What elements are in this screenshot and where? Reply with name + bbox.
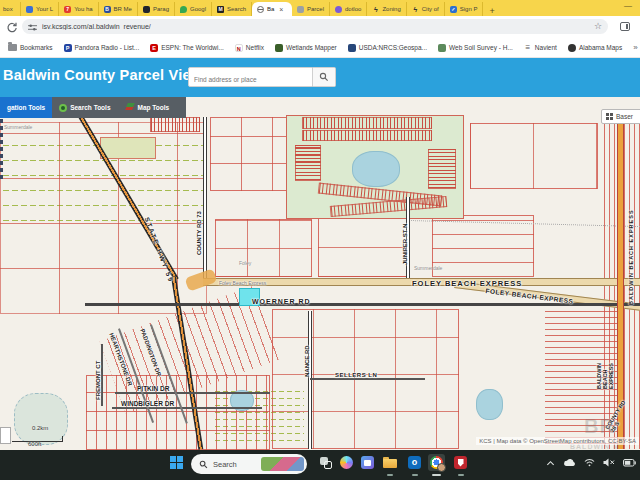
onedrive-cloud-icon[interactable] [563, 458, 576, 467]
tab[interactable]: MSearch [212, 2, 252, 16]
copilot-icon [340, 456, 353, 469]
tab[interactable]: ϟZoning [367, 2, 406, 16]
road-label: Foley Beach Express [219, 280, 266, 286]
bookmark-star-icon[interactable]: ☆ [594, 22, 602, 31]
task-view-button[interactable] [317, 454, 334, 471]
tab-label: Parcel [307, 6, 324, 12]
road-label: PITKIN DR [137, 385, 170, 392]
refresh-icon[interactable] [6, 20, 18, 38]
basemap-label: Baser [616, 113, 633, 120]
new-tab-button[interactable]: + [483, 6, 500, 16]
chrome-button[interactable] [428, 454, 445, 471]
navigation-tools-button[interactable]: gation Tools [0, 97, 52, 118]
place-label-summerdale: Summerdale [414, 265, 442, 271]
bookmark-espn[interactable]: EESPN: The Worldwi... [150, 44, 224, 52]
wifi-icon[interactable] [584, 458, 595, 467]
road-label: BALDWIN BEACH EXPRESS [628, 209, 634, 305]
tab[interactable]: ✓Sign P [445, 2, 484, 16]
page-title: Baldwin County Parcel Viewer [3, 67, 216, 83]
store-button[interactable] [359, 454, 376, 471]
place-label-summerdale: Summerdale [4, 124, 32, 130]
road-fremont-ct [101, 344, 103, 406]
tab[interactable]: ϟCity of [407, 2, 445, 16]
antivirus-button[interactable] [452, 454, 469, 471]
side-panel-icon[interactable] [620, 22, 630, 31]
scale-km: 0.2km [32, 425, 48, 431]
cutoff-map-control[interactable] [0, 427, 11, 444]
parcel-grid [215, 219, 312, 277]
tab[interactable]: Parcel [292, 2, 330, 16]
window-minimize-button[interactable]: — [624, 1, 632, 10]
building-rows [428, 149, 456, 189]
taskbar-search[interactable]: Search [191, 454, 307, 474]
map-canvas[interactable]: STATE HWY 59 COUNTY RD 73 Foley Beach Ex… [0, 97, 640, 450]
bookmark-usda[interactable]: USDA:NRCS:Geospa... [348, 44, 427, 52]
tab-close-icon[interactable]: × [279, 6, 283, 13]
road-label: FOLEY BEACH EXPRESS [412, 279, 522, 288]
start-button[interactable] [168, 454, 185, 471]
app-header: Baldwin County Parcel Viewer [0, 58, 640, 97]
copilot-button[interactable] [338, 454, 355, 471]
tab[interactable]: Parag [138, 2, 175, 16]
tab-favicon: 7 [64, 6, 71, 13]
tab[interactable]: Googl [175, 2, 212, 16]
road-nance-rd [308, 311, 312, 449]
outlook-button[interactable]: o [406, 454, 423, 471]
road-label: FREMONT CT [95, 361, 101, 400]
building-rows [302, 130, 432, 141]
tab-favicon: M [217, 6, 224, 13]
url-text[interactable]: isv.kcsgis.com/al.baldwin_revenue/ [42, 23, 589, 30]
tab[interactable]: Your L [21, 2, 59, 16]
bookmark-websoil[interactable]: Web Soil Survey - H... [438, 44, 513, 52]
tab[interactable]: dotloo [330, 2, 367, 16]
running-indicator [412, 474, 418, 476]
tab[interactable]: 7You ha [59, 2, 98, 16]
map-attribution: KCS | Map data © OpenStreetMap contribut… [476, 437, 639, 445]
road-county-rd-73 [203, 117, 207, 282]
search-button[interactable] [313, 67, 336, 87]
bookmark-label: Netflix [246, 44, 264, 51]
bookmark-netflix[interactable]: NNetflix [235, 44, 264, 52]
cutoff-label-mark [0, 117, 3, 179]
battery-icon[interactable] [623, 459, 636, 467]
road-label: NANCE RD [304, 345, 310, 377]
address-bar[interactable]: isv.kcsgis.com/al.baldwin_revenue/ ☆ [22, 19, 608, 34]
road-pitkin-dr [115, 392, 270, 394]
search-tools-button[interactable]: Search Tools [52, 97, 117, 118]
site-info-icon[interactable] [28, 18, 37, 36]
road-sellers-ln [310, 378, 425, 380]
bookmark-pandora[interactable]: PPandora Radio - List... [64, 44, 140, 52]
tab-partial[interactable]: box [0, 2, 21, 16]
building-rows [150, 117, 200, 132]
bookmark-wetlands[interactable]: Wetlands Mapper [275, 44, 337, 52]
tab-active[interactable]: Ba × [252, 2, 292, 16]
search-icon [319, 72, 329, 82]
tab[interactable]: BBR Me [99, 2, 138, 16]
find-address-box[interactable] [188, 67, 313, 87]
bookmark-label: ESPN: The Worldwi... [161, 44, 224, 51]
bookmark-alabama-maps[interactable]: Alabama Maps [568, 44, 622, 52]
pond [476, 389, 503, 420]
bookmark-bookmarks-folder[interactable]: Bookmarks [8, 44, 53, 51]
bookmarks-overflow-chevron[interactable]: » [633, 43, 637, 52]
road-windbigler-dr [112, 407, 262, 409]
file-explorer-button[interactable] [381, 454, 398, 471]
bookmark-label: Alabama Maps [579, 44, 622, 51]
globe-icon [568, 44, 576, 52]
find-address-input[interactable] [189, 71, 322, 89]
wetlands-icon [275, 44, 283, 52]
map-tools-button[interactable]: Map Tools [118, 97, 177, 118]
tray-chevron-icon[interactable] [546, 459, 555, 467]
check-icon: ✓ [450, 6, 457, 13]
basemap-button[interactable]: Baser [601, 109, 640, 124]
tab-favicon [143, 6, 150, 13]
tab-favicon [26, 6, 33, 13]
running-indicator [387, 474, 393, 476]
volume-muted-icon[interactable] [603, 458, 615, 467]
bookmark-label: Wetlands Mapper [286, 44, 337, 51]
tab-label: Sign P [460, 6, 478, 12]
tool-label: gation Tools [7, 104, 45, 111]
search-icon [199, 460, 208, 469]
bookmark-label: Navient [535, 44, 557, 51]
bookmark-navient[interactable]: ≡Navient [524, 44, 557, 52]
